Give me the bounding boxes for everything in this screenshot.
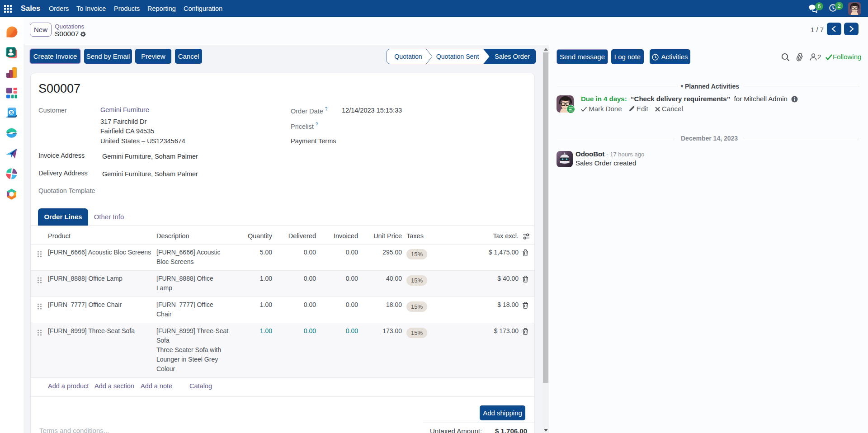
svg-text:Sales Order: Sales Order: [495, 53, 530, 60]
svg-text:$: $: [10, 110, 13, 115]
svg-text:Quotation: Quotation: [394, 53, 422, 60]
svg-text:Quotation Sent: Quotation Sent: [436, 53, 479, 60]
